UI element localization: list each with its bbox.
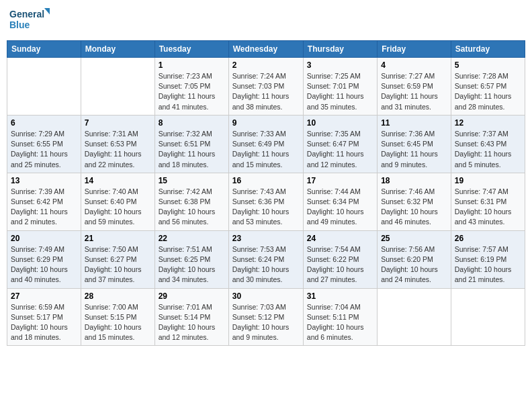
calendar-cell: 22Sunrise: 7:51 AM Sunset: 6:25 PM Dayli… — [154, 230, 228, 288]
calendar-week-row: 13Sunrise: 7:39 AM Sunset: 6:42 PM Dayli… — [7, 173, 525, 230]
svg-text:General: General — [9, 9, 44, 19]
calendar-cell: 20Sunrise: 7:49 AM Sunset: 6:29 PM Dayli… — [7, 230, 81, 288]
calendar-week-row: 1Sunrise: 7:23 AM Sunset: 7:05 PM Daylig… — [7, 58, 525, 116]
cell-content: Sunrise: 7:47 AM Sunset: 6:31 PM Dayligh… — [455, 187, 521, 228]
calendar-cell: 2Sunrise: 7:24 AM Sunset: 7:03 PM Daylig… — [228, 58, 303, 116]
cell-content: Sunrise: 7:51 AM Sunset: 6:25 PM Dayligh… — [159, 244, 225, 285]
day-number: 2 — [232, 60, 300, 70]
calendar-cell: 13Sunrise: 7:39 AM Sunset: 6:42 PM Dayli… — [7, 173, 81, 230]
day-number: 31 — [307, 291, 373, 301]
calendar-week-row: 6Sunrise: 7:29 AM Sunset: 6:55 PM Daylig… — [7, 115, 525, 173]
calendar-cell: 19Sunrise: 7:47 AM Sunset: 6:31 PM Dayli… — [451, 173, 525, 230]
cell-content: Sunrise: 7:50 AM Sunset: 6:27 PM Dayligh… — [85, 244, 151, 285]
cell-content: Sunrise: 7:37 AM Sunset: 6:43 PM Dayligh… — [455, 129, 521, 170]
calendar-table: SundayMondayTuesdayWednesdayThursdayFrid… — [7, 40, 525, 346]
calendar-week-row: 20Sunrise: 7:49 AM Sunset: 6:29 PM Dayli… — [7, 230, 525, 288]
weekday-header: Thursday — [303, 41, 377, 58]
day-number: 1 — [159, 60, 225, 70]
calendar-cell: 21Sunrise: 7:50 AM Sunset: 6:27 PM Dayli… — [81, 230, 154, 288]
calendar-cell: 16Sunrise: 7:43 AM Sunset: 6:36 PM Dayli… — [228, 173, 303, 230]
cell-content: Sunrise: 7:01 AM Sunset: 5:14 PM Dayligh… — [159, 302, 225, 343]
calendar-cell: 25Sunrise: 7:56 AM Sunset: 6:20 PM Dayli… — [378, 230, 451, 288]
day-number: 10 — [307, 118, 373, 128]
day-number: 15 — [159, 176, 225, 185]
calendar-cell: 15Sunrise: 7:42 AM Sunset: 6:38 PM Dayli… — [154, 173, 228, 230]
cell-content: Sunrise: 7:23 AM Sunset: 7:05 PM Dayligh… — [159, 71, 225, 112]
calendar-week-row: 27Sunrise: 6:59 AM Sunset: 5:17 PM Dayli… — [7, 288, 525, 346]
calendar-cell: 14Sunrise: 7:40 AM Sunset: 6:40 PM Dayli… — [81, 173, 154, 230]
cell-content: Sunrise: 7:56 AM Sunset: 6:20 PM Dayligh… — [381, 244, 447, 285]
day-number: 29 — [159, 291, 225, 301]
calendar-cell — [378, 288, 451, 346]
day-number: 3 — [307, 60, 373, 70]
cell-content: Sunrise: 7:00 AM Sunset: 5:15 PM Dayligh… — [85, 302, 151, 343]
cell-content: Sunrise: 7:39 AM Sunset: 6:42 PM Dayligh… — [11, 187, 77, 228]
logo-svg: General Blue — [9, 7, 50, 35]
calendar-cell: 23Sunrise: 7:53 AM Sunset: 6:24 PM Dayli… — [228, 230, 303, 288]
cell-content: Sunrise: 7:03 AM Sunset: 5:12 PM Dayligh… — [232, 302, 300, 343]
day-number: 12 — [455, 118, 521, 128]
cell-content: Sunrise: 7:33 AM Sunset: 6:49 PM Dayligh… — [232, 129, 300, 170]
page-header: General Blue — [7, 7, 525, 35]
calendar-cell: 18Sunrise: 7:46 AM Sunset: 6:32 PM Dayli… — [378, 173, 451, 230]
cell-content: Sunrise: 7:53 AM Sunset: 6:24 PM Dayligh… — [232, 244, 300, 285]
day-number: 18 — [381, 176, 447, 185]
cell-content: Sunrise: 7:31 AM Sunset: 6:53 PM Dayligh… — [85, 129, 151, 170]
day-number: 22 — [159, 234, 225, 243]
calendar-cell — [7, 58, 81, 116]
calendar-cell: 31Sunrise: 7:04 AM Sunset: 5:11 PM Dayli… — [303, 288, 377, 346]
calendar-cell: 3Sunrise: 7:25 AM Sunset: 7:01 PM Daylig… — [303, 58, 377, 116]
svg-marker-2 — [44, 8, 50, 16]
day-number: 23 — [232, 234, 300, 243]
day-number: 14 — [85, 176, 151, 185]
calendar-cell: 11Sunrise: 7:36 AM Sunset: 6:45 PM Dayli… — [378, 115, 451, 173]
day-number: 7 — [85, 118, 151, 128]
calendar-cell: 6Sunrise: 7:29 AM Sunset: 6:55 PM Daylig… — [7, 115, 81, 173]
cell-content: Sunrise: 7:04 AM Sunset: 5:11 PM Dayligh… — [307, 302, 373, 343]
day-number: 6 — [11, 118, 77, 128]
cell-content: Sunrise: 7:32 AM Sunset: 6:51 PM Dayligh… — [159, 129, 225, 170]
day-number: 9 — [232, 118, 300, 128]
calendar-cell: 5Sunrise: 7:28 AM Sunset: 6:57 PM Daylig… — [451, 58, 525, 116]
cell-content: Sunrise: 7:27 AM Sunset: 6:59 PM Dayligh… — [381, 71, 447, 112]
calendar-cell: 10Sunrise: 7:35 AM Sunset: 6:47 PM Dayli… — [303, 115, 377, 173]
calendar-cell: 24Sunrise: 7:54 AM Sunset: 6:22 PM Dayli… — [303, 230, 377, 288]
cell-content: Sunrise: 7:54 AM Sunset: 6:22 PM Dayligh… — [307, 244, 373, 285]
calendar-cell: 30Sunrise: 7:03 AM Sunset: 5:12 PM Dayli… — [228, 288, 303, 346]
day-number: 30 — [232, 291, 300, 301]
cell-content: Sunrise: 6:59 AM Sunset: 5:17 PM Dayligh… — [11, 302, 77, 343]
cell-content: Sunrise: 7:40 AM Sunset: 6:40 PM Dayligh… — [85, 187, 151, 228]
cell-content: Sunrise: 7:29 AM Sunset: 6:55 PM Dayligh… — [11, 129, 77, 170]
cell-content: Sunrise: 7:42 AM Sunset: 6:38 PM Dayligh… — [159, 187, 225, 228]
day-number: 11 — [381, 118, 447, 128]
cell-content: Sunrise: 7:57 AM Sunset: 6:19 PM Dayligh… — [455, 244, 521, 285]
weekday-header: Saturday — [451, 41, 525, 58]
weekday-header: Monday — [81, 41, 154, 58]
day-number: 24 — [307, 234, 373, 243]
calendar-cell: 26Sunrise: 7:57 AM Sunset: 6:19 PM Dayli… — [451, 230, 525, 288]
day-number: 17 — [307, 176, 373, 185]
calendar-header-row: SundayMondayTuesdayWednesdayThursdayFrid… — [7, 41, 525, 58]
day-number: 28 — [85, 291, 151, 301]
weekday-header: Tuesday — [154, 41, 228, 58]
cell-content: Sunrise: 7:24 AM Sunset: 7:03 PM Dayligh… — [232, 71, 300, 112]
calendar-cell: 12Sunrise: 7:37 AM Sunset: 6:43 PM Dayli… — [451, 115, 525, 173]
day-number: 20 — [11, 234, 77, 243]
cell-content: Sunrise: 7:46 AM Sunset: 6:32 PM Dayligh… — [381, 187, 447, 228]
logo: General Blue — [9, 7, 50, 35]
calendar-cell: 8Sunrise: 7:32 AM Sunset: 6:51 PM Daylig… — [154, 115, 228, 173]
calendar-cell — [81, 58, 154, 116]
day-number: 21 — [85, 234, 151, 243]
calendar-cell: 17Sunrise: 7:44 AM Sunset: 6:34 PM Dayli… — [303, 173, 377, 230]
cell-content: Sunrise: 7:28 AM Sunset: 6:57 PM Dayligh… — [455, 71, 521, 112]
day-number: 5 — [455, 60, 521, 70]
weekday-header: Friday — [378, 41, 451, 58]
day-number: 19 — [455, 176, 521, 185]
weekday-header: Sunday — [7, 41, 81, 58]
calendar-cell: 1Sunrise: 7:23 AM Sunset: 7:05 PM Daylig… — [154, 58, 228, 116]
cell-content: Sunrise: 7:43 AM Sunset: 6:36 PM Dayligh… — [232, 187, 300, 228]
cell-content: Sunrise: 7:44 AM Sunset: 6:34 PM Dayligh… — [307, 187, 373, 228]
calendar-cell: 28Sunrise: 7:00 AM Sunset: 5:15 PM Dayli… — [81, 288, 154, 346]
day-number: 13 — [11, 176, 77, 185]
cell-content: Sunrise: 7:35 AM Sunset: 6:47 PM Dayligh… — [307, 129, 373, 170]
